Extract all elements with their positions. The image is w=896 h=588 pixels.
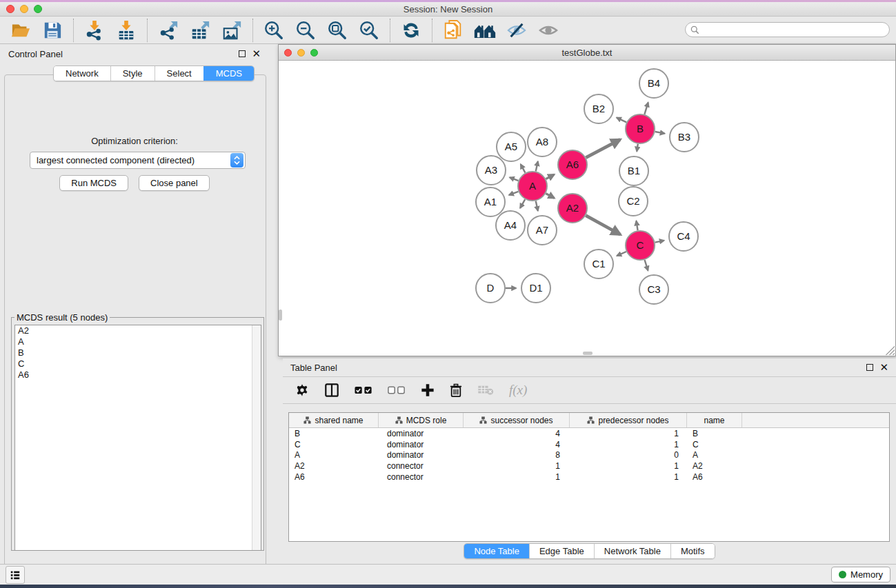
settings-gear-icon[interactable] [295, 383, 309, 397]
open-session-icon[interactable] [10, 19, 32, 41]
vertical-scrollbar-thumb[interactable] [279, 310, 282, 321]
graph-edge-A-A1[interactable] [509, 192, 518, 195]
graph-edge-A-A3[interactable] [510, 177, 519, 181]
column-header-predecessor-nodes[interactable]: predecessor nodes [570, 413, 687, 427]
graph-node-B2[interactable]: B2 [584, 94, 613, 123]
graph-edge-B-B3[interactable] [655, 132, 665, 134]
graph-edge-C-C1[interactable] [617, 252, 626, 256]
graph-node-A2[interactable]: A2 [558, 194, 587, 223]
graph-edge-C-C3[interactable] [645, 260, 648, 270]
tab-node-table[interactable]: Node Table [464, 544, 529, 558]
zoom-out-icon[interactable] [295, 19, 317, 41]
close-table-panel-icon[interactable]: ✕ [879, 364, 888, 371]
zoom-selected-icon[interactable] [358, 19, 380, 41]
deselect-all-checks-icon[interactable] [388, 385, 406, 395]
table-cell[interactable]: B [289, 429, 379, 438]
mcds-result-item[interactable]: A2 [15, 325, 261, 336]
graph-node-B3[interactable]: B3 [670, 123, 699, 152]
search-input[interactable] [702, 25, 889, 34]
graph-node-B[interactable]: B [626, 114, 655, 143]
horizontal-scrollbar-thumb[interactable] [583, 352, 593, 355]
table-cell[interactable]: dominator [379, 450, 464, 460]
table-cell[interactable]: A6 [687, 472, 742, 482]
table-cell[interactable]: 1 [464, 461, 570, 471]
table-row[interactable]: Bdominator41B [289, 428, 889, 439]
column-header-name[interactable]: name [687, 413, 742, 427]
column-header-mcds-role[interactable]: MCDS role [379, 413, 464, 427]
mcds-result-item[interactable]: A [15, 336, 261, 347]
graph-node-D1[interactable]: D1 [521, 274, 550, 303]
table-row[interactable]: Cdominator41C [289, 439, 889, 450]
show-graphics-details-icon[interactable] [537, 19, 559, 41]
hide-graphics-details-icon[interactable] [506, 19, 528, 41]
first-neighbors-icon[interactable] [474, 19, 496, 41]
graph-node-B4[interactable]: B4 [639, 69, 668, 98]
delete-column-icon[interactable] [450, 383, 462, 398]
graph-node-C2[interactable]: C2 [619, 187, 648, 216]
tab-select[interactable]: Select [155, 66, 203, 81]
graph-node-C1[interactable]: C1 [584, 250, 613, 278]
graph-edge-A-A2[interactable] [546, 194, 554, 199]
table-cell[interactable]: A [289, 450, 379, 460]
graph-node-C[interactable]: C [626, 231, 655, 260]
graph-edge-B-B4[interactable] [644, 103, 648, 114]
graph-edge-A-A8[interactable] [536, 161, 538, 171]
export-network-icon[interactable] [157, 19, 179, 41]
tab-edge-table[interactable]: Edge Table [529, 544, 594, 558]
graph-edge-B-B2[interactable] [617, 118, 626, 123]
graph-node-C4[interactable]: C4 [669, 222, 698, 251]
graph-node-C3[interactable]: C3 [639, 275, 668, 304]
table-cell[interactable]: 4 [464, 440, 570, 449]
network-graph[interactable]: B4B2BB3A8A5A6A3B1AC2A1A2A4A7C4CC1C3DD1 [279, 61, 895, 356]
table-cell[interactable]: 1 [570, 440, 687, 449]
tab-style[interactable]: Style [110, 66, 155, 81]
graph-node-A3[interactable]: A3 [477, 156, 506, 185]
graph-node-A8[interactable]: A8 [528, 128, 557, 156]
save-session-icon[interactable] [41, 19, 63, 41]
table-cell[interactable]: A2 [289, 461, 379, 471]
memory-button[interactable]: Memory [831, 567, 890, 582]
table-cell[interactable]: A [687, 450, 742, 460]
table-cell[interactable]: 1 [570, 461, 687, 471]
graph-node-B1[interactable]: B1 [619, 156, 648, 185]
graph-node-A5[interactable]: A5 [497, 132, 526, 161]
float-table-panel-icon[interactable] [866, 364, 873, 371]
scrollbar-track[interactable] [252, 325, 261, 550]
show-panels-button[interactable] [6, 566, 25, 584]
table-cell[interactable]: B [687, 429, 742, 438]
tab-mcds[interactable]: MCDS [203, 66, 254, 81]
table-row[interactable]: A6connector11A6 [289, 472, 889, 483]
table-cell[interactable]: A2 [687, 461, 742, 471]
network-canvas[interactable]: B4B2BB3A8A5A6A3B1AC2A1A2A4A7C4CC1C3DD1 [279, 61, 895, 356]
graph-edge-A-A6[interactable] [546, 174, 554, 179]
table-row[interactable]: Adominator80A [289, 449, 889, 460]
import-table-icon[interactable] [115, 19, 137, 41]
export-image-icon[interactable] [221, 19, 243, 41]
mcds-result-item[interactable]: C [15, 358, 261, 369]
close-panel-button[interactable]: Close panel [139, 175, 210, 191]
mcds-result-item[interactable]: B [15, 347, 261, 358]
graph-edge-A-A7[interactable] [536, 201, 538, 210]
table-row[interactable]: A2connector11A2 [289, 460, 889, 472]
duplicate-network-icon[interactable] [442, 19, 464, 41]
table-cell[interactable]: C [289, 440, 379, 449]
table-cell[interactable]: 0 [570, 450, 687, 460]
zoom-fit-icon[interactable] [326, 19, 348, 41]
tab-network-table[interactable]: Network Table [594, 544, 670, 558]
table-cell[interactable]: dominator [379, 440, 464, 449]
mcds-result-item[interactable]: A6 [15, 369, 261, 381]
table-cell[interactable]: 1 [464, 472, 570, 482]
table-cell[interactable]: 8 [464, 450, 570, 460]
column-header-successor-nodes[interactable]: successor nodes [464, 413, 570, 427]
table-cell[interactable]: dominator [379, 429, 464, 438]
mcds-result-list[interactable]: A2ABCA6 [14, 325, 261, 551]
graph-edge-C-C4[interactable] [655, 241, 664, 243]
add-column-icon[interactable] [421, 383, 435, 397]
resize-grip-icon[interactable] [886, 346, 895, 355]
float-panel-icon[interactable] [239, 50, 246, 57]
tab-motifs[interactable]: Motifs [670, 544, 715, 558]
graph-edge-A2-C[interactable] [586, 216, 620, 235]
graph-node-A7[interactable]: A7 [528, 216, 557, 245]
table-cell[interactable]: 4 [464, 429, 570, 438]
table-cell[interactable]: 1 [570, 429, 687, 438]
